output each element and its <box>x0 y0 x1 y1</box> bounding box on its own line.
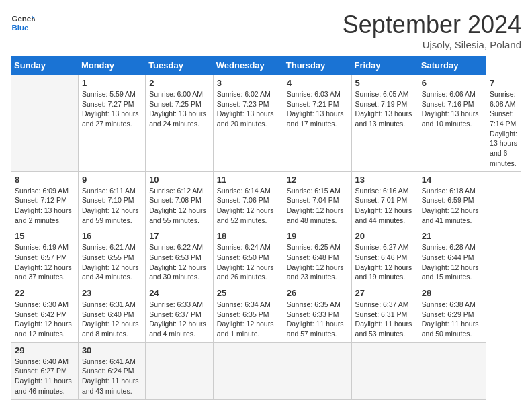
calendar-week-row: 22Sunrise: 6:30 AMSunset: 6:42 PMDayligh… <box>11 285 521 342</box>
day-number: 10 <box>149 175 210 185</box>
day-number: 11 <box>217 175 279 185</box>
page-header: General Blue September 2024 Ujsoly, Sile… <box>11 11 521 50</box>
calendar-cell: 27Sunrise: 6:37 AMSunset: 6:31 PMDayligh… <box>351 285 418 342</box>
day-info: Sunrise: 6:40 AMSunset: 6:27 PMDaylight:… <box>15 357 75 396</box>
column-header-friday: Friday <box>351 56 418 75</box>
day-info: Sunrise: 6:35 AMSunset: 6:33 PMDaylight:… <box>287 300 348 339</box>
calendar-cell: 23Sunrise: 6:31 AMSunset: 6:40 PMDayligh… <box>78 285 145 342</box>
day-info: Sunrise: 6:12 AMSunset: 7:08 PMDaylight:… <box>149 186 210 226</box>
calendar-cell: 11Sunrise: 6:14 AMSunset: 7:06 PMDayligh… <box>213 171 283 228</box>
day-number: 4 <box>287 78 348 88</box>
day-info: Sunrise: 6:31 AMSunset: 6:40 PMDaylight:… <box>82 300 142 339</box>
calendar-cell: 5Sunrise: 6:05 AMSunset: 7:19 PMDaylight… <box>351 75 418 172</box>
calendar-cell: 2Sunrise: 6:00 AMSunset: 7:25 PMDaylight… <box>146 75 214 172</box>
column-header-wednesday: Wednesday <box>213 56 283 75</box>
day-info: Sunrise: 6:09 AMSunset: 7:12 PMDaylight:… <box>15 186 75 226</box>
calendar-cell: 6Sunrise: 6:06 AMSunset: 7:16 PMDaylight… <box>418 75 486 172</box>
day-info: Sunrise: 6:11 AMSunset: 7:10 PMDaylight:… <box>82 186 142 226</box>
calendar-cell <box>418 342 486 399</box>
day-number: 13 <box>355 175 414 185</box>
day-number: 20 <box>355 231 414 241</box>
calendar-cell: 8Sunrise: 6:09 AMSunset: 7:12 PMDaylight… <box>11 171 79 228</box>
day-info: Sunrise: 6:05 AMSunset: 7:19 PMDaylight:… <box>355 89 414 129</box>
day-info: Sunrise: 6:33 AMSunset: 6:37 PMDaylight:… <box>149 300 210 339</box>
day-number: 16 <box>82 231 142 241</box>
day-number: 8 <box>15 175 75 185</box>
day-number: 5 <box>355 78 414 88</box>
day-number: 28 <box>422 288 482 298</box>
day-number: 3 <box>217 78 279 88</box>
day-info: Sunrise: 6:06 AMSunset: 7:16 PMDaylight:… <box>422 89 482 129</box>
calendar-cell: 25Sunrise: 6:34 AMSunset: 6:35 PMDayligh… <box>213 285 283 342</box>
day-info: Sunrise: 6:03 AMSunset: 7:21 PMDaylight:… <box>287 89 348 129</box>
location: Ujsoly, Silesia, Poland <box>343 39 521 50</box>
calendar-week-row: 29Sunrise: 6:40 AMSunset: 6:27 PMDayligh… <box>11 342 521 399</box>
day-info: Sunrise: 6:24 AMSunset: 6:50 PMDaylight:… <box>217 242 279 282</box>
calendar-header-row: SundayMondayTuesdayWednesdayThursdayFrid… <box>11 56 521 75</box>
day-number: 7 <box>490 78 517 88</box>
day-info: Sunrise: 6:00 AMSunset: 7:25 PMDaylight:… <box>149 89 210 129</box>
day-info: Sunrise: 6:18 AMSunset: 6:59 PMDaylight:… <box>422 186 482 226</box>
calendar-cell: 30Sunrise: 6:41 AMSunset: 6:24 PMDayligh… <box>78 342 145 399</box>
logo: General Blue <box>11 11 35 35</box>
day-number: 26 <box>287 288 348 298</box>
day-info: Sunrise: 6:14 AMSunset: 7:06 PMDaylight:… <box>217 186 279 226</box>
calendar-cell: 3Sunrise: 6:02 AMSunset: 7:23 PMDaylight… <box>213 75 283 172</box>
day-number: 21 <box>422 231 482 241</box>
column-header-saturday: Saturday <box>418 56 486 75</box>
logo-icon: General Blue <box>11 11 35 35</box>
calendar-cell: 7Sunrise: 6:08 AMSunset: 7:14 PMDaylight… <box>486 75 521 172</box>
calendar-cell: 9Sunrise: 6:11 AMSunset: 7:10 PMDaylight… <box>78 171 145 228</box>
day-info: Sunrise: 6:27 AMSunset: 6:46 PMDaylight:… <box>355 242 414 282</box>
day-number: 2 <box>149 78 210 88</box>
day-number: 19 <box>287 231 348 241</box>
calendar-cell: 17Sunrise: 6:22 AMSunset: 6:53 PMDayligh… <box>146 228 214 285</box>
svg-text:Blue: Blue <box>11 24 29 32</box>
calendar-week-row: 15Sunrise: 6:19 AMSunset: 6:57 PMDayligh… <box>11 228 521 285</box>
column-header-tuesday: Tuesday <box>146 56 214 75</box>
calendar-week-row: 1Sunrise: 5:59 AMSunset: 7:27 PMDaylight… <box>11 75 521 172</box>
day-number: 23 <box>82 288 142 298</box>
column-header-monday: Monday <box>78 56 145 75</box>
column-header-sunday: Sunday <box>11 56 79 75</box>
day-info: Sunrise: 6:22 AMSunset: 6:53 PMDaylight:… <box>149 242 210 282</box>
calendar-cell: 20Sunrise: 6:27 AMSunset: 6:46 PMDayligh… <box>351 228 418 285</box>
day-info: Sunrise: 6:15 AMSunset: 7:04 PMDaylight:… <box>287 186 348 226</box>
day-info: Sunrise: 5:59 AMSunset: 7:27 PMDaylight:… <box>82 89 142 129</box>
calendar-table: SundayMondayTuesdayWednesdayThursdayFrid… <box>11 56 521 400</box>
day-number: 14 <box>422 175 482 185</box>
calendar-cell <box>11 75 79 172</box>
day-number: 15 <box>15 231 75 241</box>
calendar-cell: 13Sunrise: 6:16 AMSunset: 7:01 PMDayligh… <box>351 171 418 228</box>
day-info: Sunrise: 6:34 AMSunset: 6:35 PMDaylight:… <box>217 300 279 339</box>
calendar-cell <box>213 342 283 399</box>
calendar-cell <box>283 342 351 399</box>
calendar-cell: 15Sunrise: 6:19 AMSunset: 6:57 PMDayligh… <box>11 228 79 285</box>
day-info: Sunrise: 6:38 AMSunset: 6:29 PMDaylight:… <box>422 300 482 339</box>
calendar-cell: 28Sunrise: 6:38 AMSunset: 6:29 PMDayligh… <box>418 285 486 342</box>
day-number: 24 <box>149 288 210 298</box>
calendar-cell: 16Sunrise: 6:21 AMSunset: 6:55 PMDayligh… <box>78 228 145 285</box>
calendar-cell <box>351 342 418 399</box>
day-number: 9 <box>82 175 142 185</box>
day-number: 27 <box>355 288 414 298</box>
calendar-week-row: 8Sunrise: 6:09 AMSunset: 7:12 PMDaylight… <box>11 171 521 228</box>
column-header-thursday: Thursday <box>283 56 351 75</box>
calendar-cell: 24Sunrise: 6:33 AMSunset: 6:37 PMDayligh… <box>146 285 214 342</box>
svg-text:General: General <box>11 15 35 23</box>
month-title: September 2024 <box>343 11 521 39</box>
day-number: 25 <box>217 288 279 298</box>
calendar-cell: 10Sunrise: 6:12 AMSunset: 7:08 PMDayligh… <box>146 171 214 228</box>
title-block: September 2024 Ujsoly, Silesia, Poland <box>343 11 521 50</box>
day-number: 30 <box>82 345 142 355</box>
day-info: Sunrise: 6:08 AMSunset: 7:14 PMDaylight:… <box>490 89 517 169</box>
calendar-cell: 14Sunrise: 6:18 AMSunset: 6:59 PMDayligh… <box>418 171 486 228</box>
calendar-cell: 21Sunrise: 6:28 AMSunset: 6:44 PMDayligh… <box>418 228 486 285</box>
day-number: 12 <box>287 175 348 185</box>
day-info: Sunrise: 6:16 AMSunset: 7:01 PMDaylight:… <box>355 186 414 226</box>
day-info: Sunrise: 6:25 AMSunset: 6:48 PMDaylight:… <box>287 242 348 282</box>
day-info: Sunrise: 6:21 AMSunset: 6:55 PMDaylight:… <box>82 242 142 282</box>
calendar-cell: 4Sunrise: 6:03 AMSunset: 7:21 PMDaylight… <box>283 75 351 172</box>
calendar-cell: 1Sunrise: 5:59 AMSunset: 7:27 PMDaylight… <box>78 75 145 172</box>
day-number: 6 <box>422 78 482 88</box>
